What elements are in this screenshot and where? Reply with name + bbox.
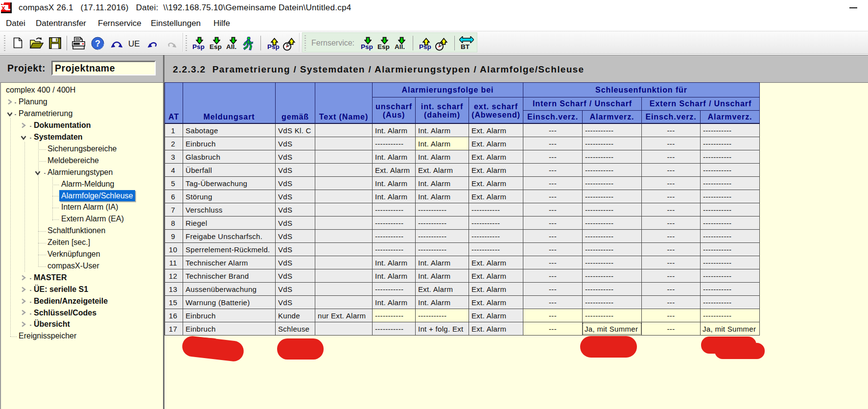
svg-text:?: ? <box>95 39 100 48</box>
